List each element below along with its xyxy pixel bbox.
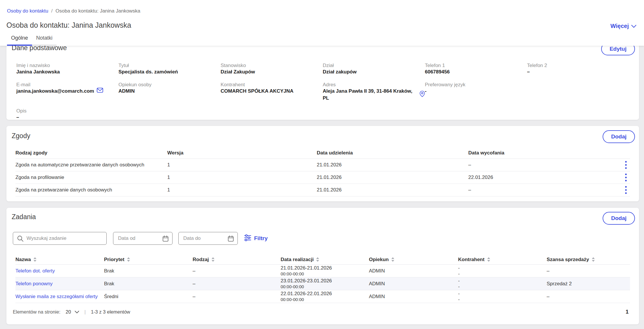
consents-table: Rodzaj zgody Wersja Data udzielenia Data… (15, 147, 630, 196)
items-per-page-label: Elementów na stronie: (13, 309, 60, 315)
chevron-down-icon (75, 309, 79, 315)
consent-row: Zgoda na automatyczne przetwarzanie dany… (15, 159, 630, 171)
breadcrumb-separator: / (51, 8, 53, 14)
consents-table-header: Rodzaj zgody Wersja Data udzielenia Data… (15, 147, 630, 159)
field-address: Adres Aleja Jana Pawła II 39, 31-864 Kra… (323, 82, 425, 102)
chevron-down-icon (631, 23, 636, 29)
basic-data-card: Dane podstawowe Edytuj Imię i nazwisko J… (6, 41, 639, 120)
pagination-range: 1-3 z 3 elementów (91, 309, 130, 315)
sort-icon (211, 257, 215, 262)
sort-icon (127, 257, 130, 262)
field-phone-2: Telefon 2 – (527, 63, 629, 75)
field-department: Dział Dział zakupów (323, 63, 425, 75)
calendar-icon[interactable] (162, 235, 169, 243)
field-title: Tytuł Specjalista ds. zamówień (119, 63, 221, 75)
row-actions-menu-button[interactable] (622, 185, 630, 195)
sort-icon (487, 257, 490, 262)
column-header-version: Wersja (167, 150, 317, 156)
add-task-button[interactable]: Dodaj (603, 212, 635, 225)
field-position: Stanowisko Dział Zakupów (221, 63, 323, 75)
consent-row: Zgoda na przetwarzanie danych osobowych … (15, 184, 630, 196)
field-email: E-mail janina.jankowska@comarch.com (16, 82, 119, 102)
column-header-consent-type: Rodzaj zgody (15, 150, 167, 156)
sort-icon (33, 257, 37, 262)
column-header-owner[interactable]: Opiekun (369, 257, 458, 263)
consents-card: Zgody Dodaj Rodzaj zgody Wersja Data udz… (6, 126, 639, 201)
pagination-separator: | (85, 309, 86, 315)
task-name-link[interactable]: Telefon ponowny (15, 281, 53, 286)
location-pin-icon[interactable] (420, 91, 425, 99)
tasks-table: Nazwa Priorytet Rodzaj Data realizacji O… (15, 255, 630, 303)
tab-bar: Ogólne Notatki (7, 35, 57, 46)
column-header-type[interactable]: Rodzaj (193, 257, 281, 263)
page-title: Osoba do kontaktu: Janina Jankowska (6, 21, 131, 29)
breadcrumb: Osoby do kontaktu / Osoba do kontaktu: J… (7, 8, 140, 14)
consents-title: Zgody (12, 132, 634, 140)
row-actions-menu-button[interactable] (622, 173, 630, 182)
task-search-input[interactable] (27, 235, 99, 241)
sort-icon (592, 257, 595, 262)
current-page-number[interactable]: 1 (626, 309, 629, 315)
calendar-icon[interactable] (227, 235, 234, 243)
date-from-box (113, 232, 173, 245)
task-row: Wysłanie maila ze szczegółami oferty Śre… (15, 290, 630, 303)
filters-button[interactable]: Filtry (244, 234, 268, 243)
task-row: Telefon ponowny Brak – 23.01.2026-23.01.… (15, 277, 630, 290)
field-phone-1: Telefon 1 606789456 (425, 63, 527, 75)
contact-person-page: Dane podstawowe Edytuj Imię i nazwisko J… (0, 0, 644, 329)
tasks-card: Zadania Dodaj (6, 208, 639, 324)
task-row: Telefon dot. oferty Brak – 21.01.2026-21… (15, 265, 630, 277)
task-name-link[interactable]: Telefon dot. oferty (15, 268, 55, 274)
field-empty (527, 82, 629, 102)
date-to-input[interactable] (183, 235, 221, 241)
task-name-link[interactable]: Wysłanie maila ze szczegółami oferty (15, 294, 98, 299)
tasks-table-header: Nazwa Priorytet Rodzaj Data realizacji O… (15, 255, 630, 265)
breadcrumb-link-contacts[interactable]: Osoby do kontaktu (7, 8, 48, 14)
field-preferred-language: Preferowany język - (425, 82, 527, 102)
date-to-box (178, 232, 238, 245)
column-header-contractor[interactable]: Kontrahent (458, 257, 547, 263)
sort-icon (316, 257, 319, 262)
date-from-input[interactable] (118, 235, 156, 241)
tasks-title: Zadania (12, 213, 634, 221)
field-owner: Opiekun osoby ADMIN (119, 82, 221, 102)
sliders-icon (244, 234, 251, 243)
basic-data-fields: Imię i nazwisko Janina Jankowska Tytuł S… (16, 63, 629, 102)
column-header-sales-opportunity[interactable]: Szansa sprzedaży (547, 257, 630, 263)
column-header-withdrawn-date: Data wycofania (468, 150, 618, 156)
breadcrumb-current: Osoba do kontaktu: Janina Jankowska (56, 8, 140, 14)
sort-icon (391, 257, 395, 262)
column-header-priority[interactable]: Priorytet (104, 257, 193, 263)
more-button[interactable]: Więcej (610, 23, 636, 29)
items-per-page-select[interactable]: 20 (66, 309, 79, 315)
tab-notes[interactable]: Notatki (32, 35, 57, 46)
add-consent-button[interactable]: Dodaj (603, 130, 635, 143)
row-actions-menu-button[interactable] (622, 160, 630, 170)
column-header-realization-date[interactable]: Data realizacji (281, 257, 369, 263)
envelope-icon[interactable] (97, 88, 103, 95)
consent-row: Zgoda na profilowanie 1 21.01.2026 22.01… (15, 171, 630, 184)
page-header: Osoby do kontaktu / Osoba do kontaktu: J… (0, 0, 644, 46)
field-description: Opis – (16, 108, 629, 121)
tasks-filters-bar: Filtry (12, 232, 634, 245)
column-header-granted-date: Data udzielenia (317, 150, 468, 156)
field-contractor: Kontrahent COMARCH SPÓŁKA AKCYJNA (221, 82, 323, 102)
search-icon (17, 235, 24, 243)
tab-general[interactable]: Ogólne (7, 35, 32, 46)
field-full-name: Imię i nazwisko Janina Jankowska (16, 63, 119, 75)
task-search-box (13, 232, 107, 245)
tasks-pagination: Elementów na stronie: 20 | 1-3 z 3 eleme… (13, 307, 634, 316)
column-header-name[interactable]: Nazwa (15, 257, 104, 263)
